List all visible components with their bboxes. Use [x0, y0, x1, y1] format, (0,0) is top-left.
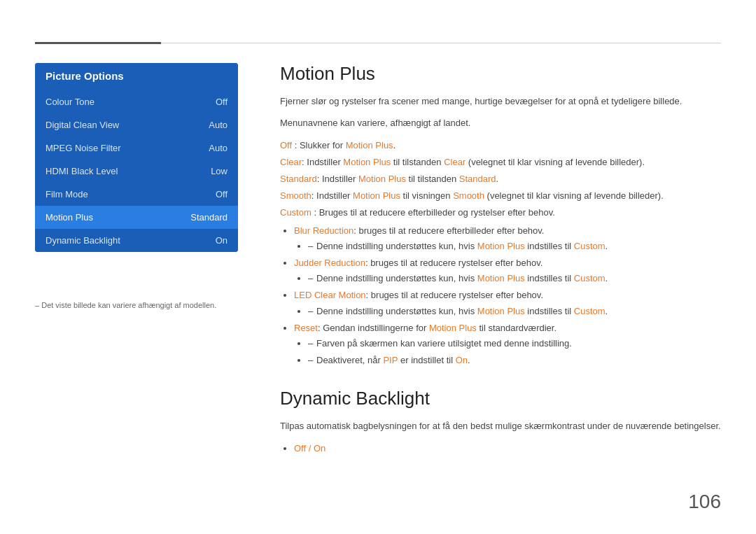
dynamic-backlight-desc: Tilpas automatisk bagbelysningen for at …	[280, 419, 721, 434]
menu-item-film-mode[interactable]: Film Mode Off	[35, 183, 238, 206]
menu-item-dynamic-backlight[interactable]: Dynamic Backlight On	[35, 229, 238, 252]
mpeg-noise-filter-value: Auto	[209, 143, 227, 153]
clear-value: Clear	[444, 157, 465, 167]
dynamic-backlight-section: Dynamic Backlight Tilpas automatisk bagb…	[280, 388, 721, 456]
motion-plus-value: Standard	[190, 212, 227, 223]
menu-item-colour-tone[interactable]: Colour Tone Off	[35, 90, 238, 113]
judder-reduction-sub-item: Denne indstilling understøttes kun, hvis…	[308, 271, 721, 286]
reset-sub-item-2: Deaktiveret, når PIP er indstillet til O…	[308, 353, 721, 368]
motion-plus-section: Motion Plus Fjerner slør og rystelser fr…	[280, 63, 721, 368]
blur-reduction-sub-item: Denne indstilling understøttes kun, hvis…	[308, 239, 721, 254]
led-clear-motion-sub-item: Denne indstilling understøttes kun, hvis…	[308, 304, 721, 319]
dynamic-backlight-label: Dynamic Backlight	[46, 235, 120, 246]
menu-item-hdmi-black-level[interactable]: HDMI Black Level Low	[35, 160, 238, 183]
reset-label: Reset	[294, 323, 318, 333]
motion-plus-label: Motion Plus	[46, 212, 93, 223]
menu-item-mpeg-noise-filter[interactable]: MPEG Noise Filter Auto	[35, 136, 238, 160]
judder-reduction-item: Judder Reduction: bruges til at reducere…	[294, 255, 721, 286]
motion-plus-desc1: Fjerner slør og rystelser fra scener med…	[280, 94, 721, 109]
hdmi-black-level-label: HDMI Black Level	[46, 166, 118, 176]
led-custom: Custom	[574, 306, 606, 316]
smooth-motion-plus: Motion Plus	[353, 190, 400, 201]
blur-reduction-item: Blur Reduction: bruges til at reducere e…	[294, 223, 721, 254]
film-mode-value: Off	[216, 189, 227, 199]
smooth-label: Smooth	[280, 190, 312, 201]
standard-line: Standard: Indstiller Motion Plus til til…	[280, 171, 721, 187]
menu-item-digital-clean-view[interactable]: Digital Clean View Auto	[35, 113, 238, 136]
reset-sub: Farven på skærmen kan variere utilsigtet…	[308, 336, 721, 368]
motion-plus-title: Motion Plus	[280, 63, 721, 85]
menu-title: Picture Options	[35, 63, 238, 90]
off-motion-plus: Motion Plus	[346, 140, 393, 150]
off-on-label: Off / On	[294, 443, 326, 454]
led-motion-plus: Motion Plus	[477, 306, 525, 316]
reset-sub-item-1: Farven på skærmen kan variere utilsigtet…	[308, 336, 721, 351]
motion-plus-bullets: Blur Reduction: bruges til at reducere e…	[294, 223, 721, 368]
motion-plus-desc2: Menunavnene kan variere, afhængigt af la…	[280, 116, 721, 131]
mpeg-noise-filter-label: MPEG Noise Filter	[46, 143, 121, 153]
reset-motion-plus: Motion Plus	[429, 323, 477, 333]
custom-label: Custom	[280, 207, 312, 218]
clear-line: Clear: Indstiller Motion Plus til tilsta…	[280, 155, 721, 170]
digital-clean-view-value: Auto	[209, 120, 227, 130]
top-line-light	[161, 43, 721, 43]
led-clear-motion-label: LED Clear Motion	[294, 290, 366, 300]
footnote: Det viste billede kan variere afhængigt …	[35, 301, 216, 309]
clear-label: Clear	[280, 157, 302, 167]
sidebar: Picture Options Colour Tone Off Digital …	[35, 63, 238, 252]
standard-value: Standard	[459, 174, 496, 184]
on-label: On	[456, 355, 468, 365]
menu-box: Picture Options Colour Tone Off Digital …	[35, 63, 238, 252]
judder-reduction-sub: Denne indstilling understøttes kun, hvis…	[308, 271, 721, 286]
led-clear-motion-item: LED Clear Motion: bruges til at reducere…	[294, 288, 721, 318]
judder-custom: Custom	[574, 273, 606, 283]
page-number: 106	[688, 491, 721, 513]
blur-reduction-label: Blur Reduction	[294, 225, 354, 236]
colour-tone-value: Off	[216, 97, 227, 107]
led-clear-motion-sub: Denne indstilling understøttes kun, hvis…	[308, 304, 721, 319]
menu-item-motion-plus[interactable]: Motion Plus Standard	[35, 206, 238, 229]
smooth-line: Smooth: Indstiller Motion Plus til visni…	[280, 188, 721, 204]
off-on-item: Off / On	[294, 441, 721, 456]
judder-motion-plus: Motion Plus	[477, 273, 525, 283]
film-mode-label: Film Mode	[46, 189, 88, 199]
smooth-value: Smooth	[453, 190, 484, 201]
dynamic-backlight-title: Dynamic Backlight	[280, 388, 721, 409]
blur-custom: Custom	[574, 241, 606, 251]
top-lines	[35, 42, 721, 44]
blur-reduction-sub: Denne indstilling understøttes kun, hvis…	[308, 239, 721, 254]
colour-tone-label: Colour Tone	[46, 97, 94, 107]
dynamic-backlight-bullets: Off / On	[294, 441, 721, 456]
hdmi-black-level-value: Low	[211, 166, 227, 176]
top-line-dark	[35, 42, 161, 44]
off-line: Off : Slukker for Motion Plus.	[280, 138, 721, 153]
reset-item: Reset: Gendan indstillingerne for Motion…	[294, 321, 721, 368]
digital-clean-view-label: Digital Clean View	[46, 120, 119, 130]
standard-motion-plus: Motion Plus	[358, 174, 406, 184]
main-content: Motion Plus Fjerner slør og rystelser fr…	[280, 63, 721, 458]
blur-motion-plus: Motion Plus	[477, 241, 525, 251]
pip-label: PIP	[383, 355, 398, 365]
judder-reduction-label: Judder Reduction	[294, 258, 365, 268]
off-label: Off	[280, 140, 292, 150]
clear-motion-plus: Motion Plus	[343, 157, 391, 167]
dynamic-backlight-value: On	[216, 235, 227, 246]
custom-line: Custom : Bruges til at reducere efterbil…	[280, 205, 721, 220]
standard-label: Standard	[280, 174, 317, 184]
